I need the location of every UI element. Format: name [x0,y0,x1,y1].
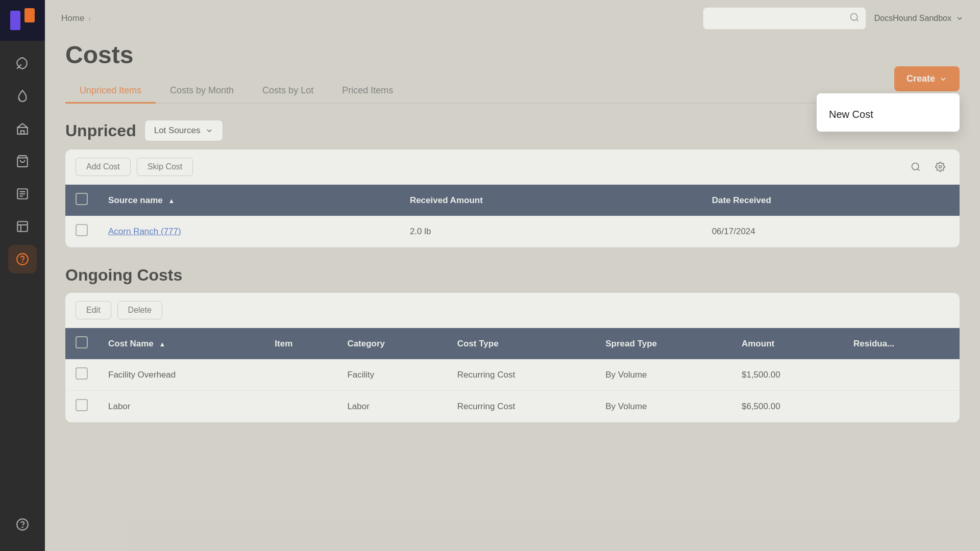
sidebar-item-reports[interactable] [8,212,37,241]
sidebar [0,0,45,551]
help-icon [16,518,29,531]
reports-icon [16,220,29,233]
main-content: Home › DocsHound Sandbox Costs Unpriced … [45,0,980,551]
sidebar-item-drops[interactable] [8,82,37,110]
create-dropdown: New Cost [817,93,960,132]
sidebar-item-checklist[interactable] [8,180,37,208]
sidebar-nav [8,41,37,510]
sidebar-item-costs[interactable] [8,245,37,273]
building-icon [16,122,29,135]
sidebar-item-cart[interactable] [8,147,37,176]
svg-point-10 [17,254,28,265]
cart-icon [16,155,29,168]
sidebar-item-building[interactable] [8,114,37,143]
new-cost-option[interactable]: New Cost [817,102,960,128]
costs-icon [16,253,29,266]
logo-right [24,8,35,22]
sidebar-item-help[interactable] [8,510,37,539]
svg-rect-1 [21,131,24,134]
logo-left [10,11,20,30]
drops-icon [16,89,29,103]
dropdown-overlay[interactable] [45,0,980,551]
checklist-icon [16,187,29,201]
logo-shape [10,8,35,33]
leaf-icon [16,57,29,70]
sidebar-item-leaf[interactable] [8,49,37,78]
logo[interactable] [0,0,45,41]
sidebar-bottom [8,510,37,551]
svg-rect-7 [17,221,28,232]
